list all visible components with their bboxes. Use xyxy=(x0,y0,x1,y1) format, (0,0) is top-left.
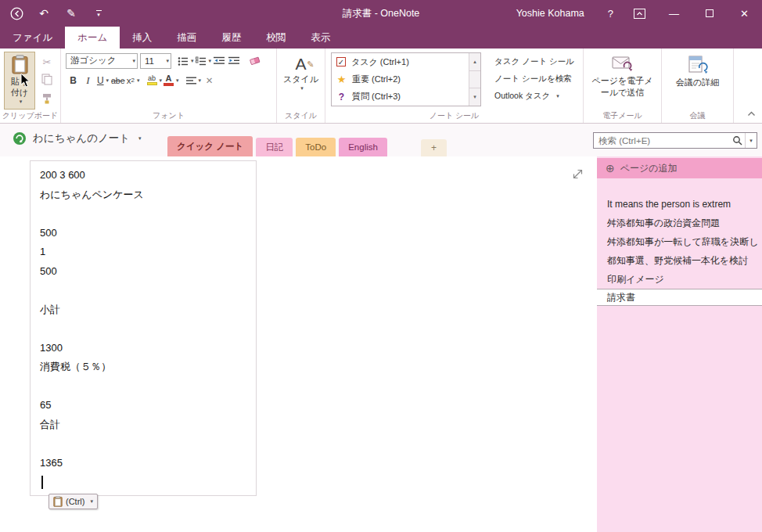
note-line[interactable]: 合計 xyxy=(31,415,256,435)
email-group: ページを電子メールで送信 電子メール xyxy=(584,49,662,123)
decrease-indent-button[interactable] xyxy=(213,53,226,69)
font-size-combobox[interactable]: 11▾ xyxy=(140,53,171,69)
ribbon-tab[interactable]: 履歴 xyxy=(209,27,253,49)
email-page-button[interactable]: ページを電子メールで送信 xyxy=(585,51,660,99)
tag-scroll-up-icon[interactable]: ▴ xyxy=(469,53,480,71)
caret-line[interactable] xyxy=(31,473,256,492)
back-icon[interactable] xyxy=(9,6,23,20)
note-line[interactable]: 500 xyxy=(31,262,256,282)
page-list-item[interactable]: It means the person is extrem xyxy=(597,195,762,214)
notebook-dropdown[interactable]: わにちゃんのノート ▾ xyxy=(13,131,142,146)
cut-icon[interactable]: ✂ xyxy=(43,56,52,68)
customize-qat-icon[interactable]: ▾ xyxy=(92,6,106,20)
strikethrough-button[interactable]: abe xyxy=(111,73,125,88)
collapse-ribbon-icon[interactable] xyxy=(747,106,756,120)
ribbon-tab[interactable]: ホーム xyxy=(65,27,120,49)
tag-item[interactable]: 質問 (Ctrl+3) xyxy=(332,88,469,106)
tag-action-button[interactable]: ノート シールを検索 xyxy=(487,70,577,88)
increase-indent-button[interactable] xyxy=(228,53,241,69)
page-list-item[interactable]: 印刷イメージ xyxy=(597,270,762,289)
note-line[interactable]: わにちゃんペンケース xyxy=(31,185,256,205)
italic-button[interactable]: I xyxy=(81,73,95,88)
alignment-icon xyxy=(186,77,196,84)
underline-button[interactable]: U▾ xyxy=(96,73,110,88)
paste-button[interactable]: 貼り付け ▾ xyxy=(4,52,35,110)
page-list-item[interactable]: 舛添都知事の政治資金問題 xyxy=(597,214,762,232)
section-tab[interactable]: ToDo xyxy=(296,138,336,156)
add-page-button[interactable]: ⊕ ページの追加 xyxy=(597,158,762,178)
maximize-button[interactable] xyxy=(692,0,727,27)
note-line[interactable]: 500 xyxy=(31,224,256,243)
note-line[interactable]: 1 xyxy=(31,243,256,262)
page-list-item[interactable]: 請求書 xyxy=(597,289,762,306)
expand-page-icon[interactable] xyxy=(573,169,583,179)
pen-mode-icon[interactable]: ✎ xyxy=(64,6,78,20)
page-title: 請求書 xyxy=(607,292,635,303)
tag-scroll-down-icon[interactable]: ▾ xyxy=(469,88,480,106)
note-line[interactable]: 1365 xyxy=(31,454,256,473)
section-tab[interactable]: 日記 xyxy=(256,138,293,156)
page-list-item[interactable]: 都知事選、野党候補一本化を検討 xyxy=(597,251,762,270)
numbered-list-button[interactable]: ▾ xyxy=(196,53,212,69)
ribbon-tab[interactable]: ファイル xyxy=(0,27,65,49)
note-line[interactable] xyxy=(31,319,256,339)
note-line[interactable]: 65 xyxy=(31,396,256,415)
note-line[interactable] xyxy=(31,204,256,224)
section-tab[interactable]: English xyxy=(339,138,387,156)
font-row-2: B I U▾ abe x2▾ ab▾ A▾ ▾ ✕ xyxy=(63,70,275,90)
paste-label: 貼り付け xyxy=(10,76,29,99)
search-input[interactable] xyxy=(594,136,732,146)
tag-action-button[interactable]: タスク ノート シール xyxy=(487,53,577,70)
ribbon-tab[interactable]: 表示 xyxy=(298,27,343,49)
tag-icon xyxy=(336,92,347,102)
styles-button[interactable]: A✎ スタイル ▾ xyxy=(279,51,323,92)
bold-button[interactable]: B xyxy=(66,73,80,88)
note-line[interactable]: 消費税（５％） xyxy=(31,358,256,377)
eraser-button[interactable] xyxy=(248,53,261,69)
note-line[interactable]: 小計 xyxy=(31,300,256,320)
help-button[interactable]: ? xyxy=(608,8,613,20)
signed-in-user[interactable]: Yoshie Kohama xyxy=(516,8,584,19)
font-name-value: 游ゴシック xyxy=(70,55,130,66)
undo-icon[interactable]: ↶ xyxy=(37,6,51,20)
ribbon-tab[interactable]: 描画 xyxy=(164,27,209,49)
tag-scroll-thumb[interactable] xyxy=(469,71,480,89)
section-tab[interactable]: クイック ノート xyxy=(167,136,253,156)
note-line[interactable] xyxy=(31,434,256,454)
page-list-item[interactable]: 舛添都知事が一転して辞職を決断し xyxy=(597,232,762,251)
subscript-button[interactable]: x2▾ xyxy=(127,73,140,88)
font-name-combobox[interactable]: 游ゴシック▾ xyxy=(66,53,138,69)
paste-dropdown-icon: ▾ xyxy=(20,99,23,105)
meeting-details-button[interactable]: 会議の詳細 xyxy=(663,51,731,88)
note-line[interactable] xyxy=(31,281,256,300)
bullet-list-button[interactable]: ▾ xyxy=(178,53,194,69)
highlight-button[interactable]: ab▾ xyxy=(147,73,163,88)
tag-action-button[interactable]: Outlook タスク xyxy=(487,88,577,105)
font-color-button[interactable]: A▾ xyxy=(164,73,179,88)
quick-access-toolbar: ↶ ✎ ▾ xyxy=(0,6,106,20)
note-line[interactable]: 1300 xyxy=(31,339,256,358)
note-outline-container[interactable]: 200 3 600 わにちゃんペンケース 500 1 500 小計 xyxy=(30,160,257,496)
ribbon-tab[interactable]: 挿入 xyxy=(120,27,164,49)
ribbon-display-options-icon[interactable] xyxy=(634,9,645,19)
ribbon-tab[interactable]: 校閲 xyxy=(253,27,298,49)
note-line[interactable]: 200 3 600 xyxy=(31,166,256,185)
close-button[interactable]: ✕ xyxy=(727,0,762,27)
italic-label: I xyxy=(86,74,89,87)
page-editor[interactable]: 200 3 600 わにちゃんペンケース 500 1 500 小計 xyxy=(0,156,597,532)
paste-options-button[interactable]: (Ctrl) ▾ xyxy=(49,494,98,509)
copy-icon[interactable] xyxy=(41,74,52,88)
tag-item[interactable]: タスク (Ctrl+1) xyxy=(332,53,469,70)
search-icon[interactable] xyxy=(732,135,742,146)
minimize-button[interactable]: — xyxy=(656,0,692,27)
add-section-tab[interactable]: + xyxy=(421,139,447,156)
ribbon-tab-label: 履歴 xyxy=(221,32,241,43)
subscript-dropdown-icon: ▾ xyxy=(137,77,140,84)
search-scope-dropdown-icon[interactable]: ▾ xyxy=(745,133,757,148)
page-title: It means the person is extrem xyxy=(607,199,731,210)
format-painter-icon[interactable] xyxy=(41,93,52,106)
note-line[interactable] xyxy=(31,377,256,397)
clear-formatting-button[interactable]: ✕ xyxy=(203,73,216,88)
tag-item[interactable]: 重要 (Ctrl+2) xyxy=(332,70,469,88)
paragraph-alignment-button[interactable]: ▾ xyxy=(186,73,202,88)
